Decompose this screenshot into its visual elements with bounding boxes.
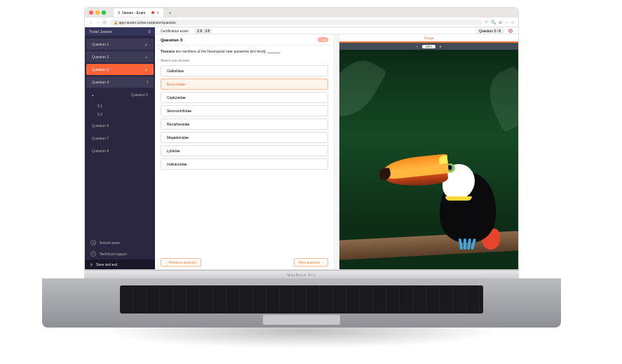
support-label: Technical support [100,252,127,256]
chevron-right-icon: › [322,260,323,264]
prev-label: Previous question [169,260,197,264]
tab-title: Nexam - Exam [122,11,145,15]
zoom-level: 100% [422,45,435,48]
points-badge: 1 pt [318,37,328,42]
check-icon: ✓ [144,42,148,47]
sidebar-item-q5-2[interactable]: 5.2 [85,110,155,119]
trackpad [263,315,340,325]
sidebar-item-q1[interactable]: Question 1✓ [86,39,154,50]
sidebar-item-q5[interactable]: Question 5 [86,89,154,100]
sidebar: Trudel Josiane ≡ Question 1✓ Question 2✓… [85,27,155,269]
user-header[interactable]: Trudel Josiane ≡ [85,27,155,36]
submit-exam-button[interactable]: ✦Submit exam [85,237,155,248]
option-1[interactable]: Galbulidae [161,65,328,76]
back-icon[interactable]: ← [89,20,93,25]
option-2[interactable]: Bucconidae [161,79,328,90]
url-field[interactable]: 🔒 app.nexam.io/cas-redaction/question [109,20,482,25]
lock-icon: 🔒 [114,20,118,25]
question-counter: Question 3 / 8 [475,28,504,34]
chevron-left-icon: ‹ [165,260,167,264]
exam-title: Certification exam [161,29,189,33]
q5-label: Question 5 [131,93,148,97]
help-icon: ? [90,251,96,257]
q3-label: Question 3 [92,67,109,72]
prompt-blank: __________ [267,49,280,53]
top-bar: Certification exam 2 8 : 3 8 Question 3 … [155,27,518,34]
sidebar-item-q6[interactable]: Question 6 [86,120,154,131]
q4-label: Question 4 [92,80,109,84]
q1-label: Question 1 [92,42,109,46]
sidebar-item-q8[interactable]: Question 8 [86,145,154,156]
check-icon: ✓ [144,67,148,72]
recording-indicator [508,29,513,33]
submit-label: Submit exam [100,241,120,245]
select-instruction: Select one answer [155,57,334,65]
home-icon[interactable]: ⌂ [505,20,508,25]
browser-titlebar: X Nexam - Exam × + [85,8,518,18]
option-4[interactable]: Semnornithidae [161,105,328,116]
sidebar-item-q5-1[interactable]: 5.1 [85,102,155,110]
zoom-bar: − 100% + [339,43,518,50]
url-text: app.nexam.io/cas-redaction/question [119,20,176,25]
image-viewport[interactable] [339,50,518,269]
q6-label: Question 6 [92,123,109,128]
question-heading: Question 3 [161,38,182,42]
prompt-subject: Toucans [161,49,175,53]
timer: 2 8 : 3 8 [194,28,212,34]
cast-icon[interactable]: ⎋ [485,20,488,25]
laptop-label: MacBook Pro [84,270,519,278]
traffic-max[interactable] [102,11,106,15]
option-5[interactable]: Ramphastidae [161,119,328,130]
save-exit-button[interactable]: ⎘Save and exit [85,259,155,269]
traffic-min[interactable] [95,11,100,15]
next-label: Next question [299,260,320,264]
option-6[interactable]: Megalaimidae [161,132,328,143]
close-tab-icon[interactable]: × [156,11,159,15]
recording-dot [151,11,154,14]
warning-icon: ! [147,80,148,84]
menu-icon[interactable]: ≡ [148,29,151,34]
q8-label: Question 8 [92,149,109,153]
option-8[interactable]: Indicatoridae [161,159,328,170]
previous-button[interactable]: ‹Previous question [161,258,201,267]
sidebar-item-q3[interactable]: Question 3✓ [86,64,154,75]
next-button[interactable]: Next question› [294,258,328,267]
sidebar-item-q2[interactable]: Question 2✓ [86,51,154,62]
q2-label: Question 2 [92,55,109,59]
question-prompt: Toucans are members of the Neotropical n… [155,46,334,57]
star-icon[interactable]: ☆ [511,20,514,25]
zoom-in-button[interactable]: + [440,44,442,48]
browser-addrbar: ← → ⟳ 🔒 app.nexam.io/cas-redaction/quest… [85,18,518,27]
image-tab[interactable]: Image [339,34,518,43]
question-panel: Question 3 1 pt Toucans are members of t… [155,34,334,269]
browser-tab[interactable]: X Nexam - Exam × [114,8,163,17]
toucan-image [339,50,518,269]
user-name: Trudel Josiane [89,29,112,34]
option-7[interactable]: Lybiidae [161,145,328,156]
laptop-keyboard [42,278,561,328]
image-panel: Image − 100% + [339,34,518,269]
bookmark-icon[interactable]: ⊕ [499,20,502,25]
exit-icon: ⎘ [90,262,93,267]
collapse-icon[interactable] [92,93,96,97]
forward-icon[interactable]: → [96,20,100,25]
main-area: Certification exam 2 8 : 3 8 Question 3 … [155,27,518,269]
tab-favicon: X [118,11,120,15]
traffic-close[interactable] [89,11,93,15]
search-icon[interactable]: 🔍 [491,20,496,25]
tech-support-button[interactable]: ?Technical support [85,248,155,259]
submit-icon: ✦ [90,240,96,245]
option-3[interactable]: Capitonidae [161,92,328,103]
new-tab-button[interactable]: + [168,10,172,16]
zoom-out-button[interactable]: − [416,44,418,48]
refresh-icon[interactable]: ⟳ [103,20,107,25]
check-icon: ✓ [144,55,148,60]
save-label: Save and exit [96,262,117,267]
sidebar-item-q4[interactable]: Question 4! [86,76,154,88]
q7-label: Question 7 [92,136,109,140]
sidebar-item-q7[interactable]: Question 7 [86,133,154,144]
prompt-rest: are members of the Neotropical near pass… [175,49,266,53]
